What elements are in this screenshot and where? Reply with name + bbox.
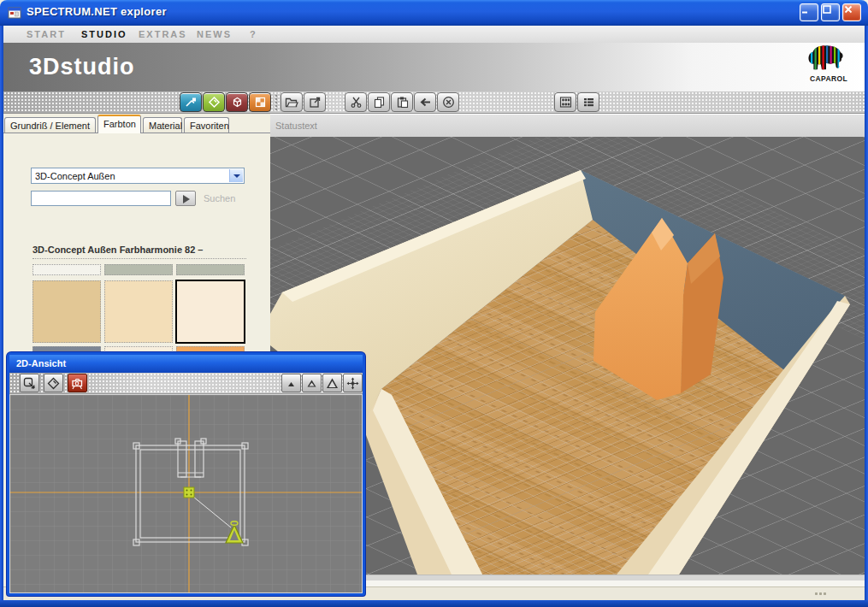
back-arrow-icon xyxy=(419,96,432,109)
zoom-medium-icon xyxy=(305,377,318,390)
menu-bar: START STUDIO EXTRAS NEWS ? xyxy=(3,26,865,43)
collection-dropdown-value: 3D-Concept Außen xyxy=(35,171,115,181)
status-text: Statustext xyxy=(275,121,317,131)
open-folder-button[interactable] xyxy=(280,92,303,112)
tab-favoriten[interactable]: Favoriten xyxy=(184,117,229,133)
page-title: 3Dstudio xyxy=(29,54,135,80)
paste-icon xyxy=(396,96,409,109)
2d-window-toolbar xyxy=(9,373,363,394)
fill-tool-icon xyxy=(47,377,60,390)
menu-extras[interactable]: EXTRAS xyxy=(139,29,187,39)
brand-logo: CAPAROL xyxy=(806,44,851,83)
menu-studio[interactable]: STUDIO xyxy=(81,29,127,39)
collection-dropdown[interactable]: 3D-Concept Außen xyxy=(31,168,245,184)
search-input[interactable] xyxy=(31,191,171,206)
application-window: SPECTRUM.NET explorer START STUDIO EXTRA… xyxy=(0,0,868,607)
select-tool-button[interactable] xyxy=(20,374,39,392)
export-view-button[interactable] xyxy=(304,92,326,112)
list-view-icon xyxy=(582,96,595,109)
open-folder-icon xyxy=(285,96,298,109)
pan-view-button[interactable] xyxy=(343,374,363,392)
paint-bucket-button[interactable] xyxy=(203,92,225,112)
menu-start[interactable]: START xyxy=(27,29,66,39)
resize-grip[interactable] xyxy=(814,592,826,597)
cut-button[interactable] xyxy=(345,92,367,112)
menu-news[interactable]: NEWS xyxy=(197,29,232,39)
camera-view-icon xyxy=(71,377,84,390)
plan-focus-marker[interactable] xyxy=(184,487,194,498)
zoom-large-button[interactable] xyxy=(322,374,342,392)
app-icon xyxy=(8,6,21,20)
swatch-color-1[interactable] xyxy=(32,280,101,343)
brand-label: CAPAROL xyxy=(806,74,851,83)
2d-view-window: 2D-Ansicht xyxy=(7,352,365,596)
tab-strip: Grundriß / Element Farbton Material Favo… xyxy=(4,115,229,133)
draw-walls-button[interactable] xyxy=(180,92,202,112)
header-banner: 3Dstudio xyxy=(3,43,865,91)
swatch-strip-2[interactable] xyxy=(104,264,173,275)
zoom-small-icon xyxy=(285,377,298,390)
draw-walls-icon xyxy=(185,96,198,109)
paste-button[interactable] xyxy=(391,92,413,112)
maximize-button[interactable] xyxy=(821,3,840,21)
pan-view-icon xyxy=(346,377,359,390)
close-circle-icon xyxy=(442,96,455,109)
swatch-color-2[interactable] xyxy=(104,280,173,343)
minimize-icon xyxy=(800,4,811,15)
2d-window-title: 2D-Ansicht xyxy=(16,358,66,368)
camera-view-button[interactable] xyxy=(68,374,87,392)
search-go-button[interactable] xyxy=(175,191,196,206)
zoom-small-button[interactable] xyxy=(281,374,301,392)
harmony-title: 3D-Concept Außen Farbharmonie 82 – xyxy=(32,245,246,259)
copy-button[interactable] xyxy=(368,92,390,112)
tab-material[interactable]: Material xyxy=(143,117,182,133)
search-label: Suchen xyxy=(204,193,235,203)
menu-help[interactable]: ? xyxy=(250,29,257,39)
material-pattern-button[interactable] xyxy=(249,92,271,112)
swatch-strip-1[interactable] xyxy=(32,264,101,275)
back-button[interactable] xyxy=(414,92,436,112)
list-view-button[interactable] xyxy=(577,92,599,112)
window-border-bottom xyxy=(0,600,868,607)
cube-3d-button[interactable] xyxy=(226,92,248,112)
2d-window-title-bar[interactable]: 2D-Ansicht xyxy=(9,355,363,373)
maximize-icon xyxy=(822,4,832,15)
toolbar-separator xyxy=(275,94,278,110)
swatch-color-3-selected[interactable] xyxy=(175,280,245,344)
cut-icon xyxy=(350,96,363,109)
select-tool-icon xyxy=(23,377,36,390)
2d-plan xyxy=(10,395,362,592)
2d-plan-canvas[interactable] xyxy=(9,394,363,593)
material-pattern-icon xyxy=(254,96,267,109)
copy-icon xyxy=(373,96,386,109)
title-bar[interactable]: SPECTRUM.NET explorer xyxy=(0,0,868,26)
cube-3d-icon xyxy=(231,96,244,109)
close-icon xyxy=(843,4,853,15)
thumbnail-view-button[interactable] xyxy=(554,92,576,112)
export-view-icon xyxy=(309,96,322,109)
close-button[interactable] xyxy=(842,3,861,21)
tab-grundriss-element[interactable]: Grundriß / Element xyxy=(4,117,96,133)
window-title: SPECTRUM.NET explorer xyxy=(27,5,167,18)
zoom-medium-button[interactable] xyxy=(302,374,322,392)
viewport-status-strip: Statustext xyxy=(270,114,865,137)
chevron-down-icon[interactable] xyxy=(229,169,243,182)
paint-bucket-icon xyxy=(208,96,221,109)
thumbnail-view-icon xyxy=(559,96,572,109)
minimize-button[interactable] xyxy=(800,3,818,21)
zoom-large-icon xyxy=(326,377,339,390)
tab-farbton[interactable]: Farbton xyxy=(97,115,141,133)
caparol-elephant-icon xyxy=(806,44,846,74)
main-toolbar xyxy=(3,91,865,114)
window-border-right xyxy=(865,26,868,600)
fill-tool-button[interactable] xyxy=(44,374,63,392)
cancel-button[interactable] xyxy=(437,92,459,112)
swatch-strip-3[interactable] xyxy=(176,264,245,275)
